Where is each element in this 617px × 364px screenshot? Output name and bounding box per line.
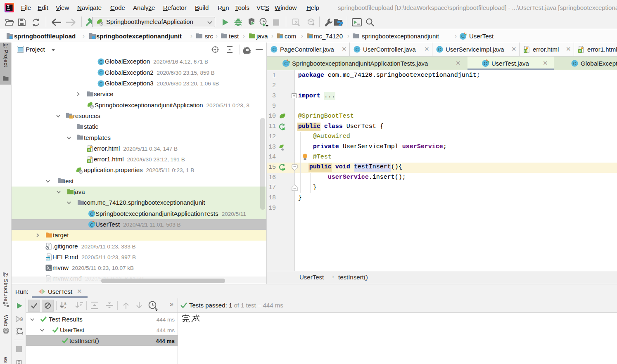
svg-text:C: C bbox=[100, 81, 103, 86]
svg-text:H: H bbox=[88, 148, 90, 152]
svg-text:H: H bbox=[88, 159, 90, 163]
svg-text:MD: MD bbox=[46, 258, 50, 260]
svg-text:C: C bbox=[273, 47, 276, 52]
svg-text:z: z bbox=[64, 306, 66, 310]
svg-text:C: C bbox=[100, 59, 103, 64]
svg-text:C: C bbox=[90, 212, 93, 217]
svg-text:C: C bbox=[484, 61, 487, 66]
svg-text:C: C bbox=[285, 61, 288, 66]
svg-text:C: C bbox=[461, 34, 465, 39]
svg-text:H: H bbox=[524, 49, 527, 53]
svg-text:9: 9 bbox=[20, 317, 23, 322]
svg-text:C: C bbox=[100, 70, 103, 75]
svg-text:C: C bbox=[356, 47, 359, 52]
svg-text:C: C bbox=[573, 61, 577, 66]
svg-text:C: C bbox=[438, 47, 441, 52]
svg-text:C: C bbox=[90, 222, 93, 227]
svg-text:a: a bbox=[64, 301, 66, 305]
svg-text:H: H bbox=[579, 49, 581, 53]
